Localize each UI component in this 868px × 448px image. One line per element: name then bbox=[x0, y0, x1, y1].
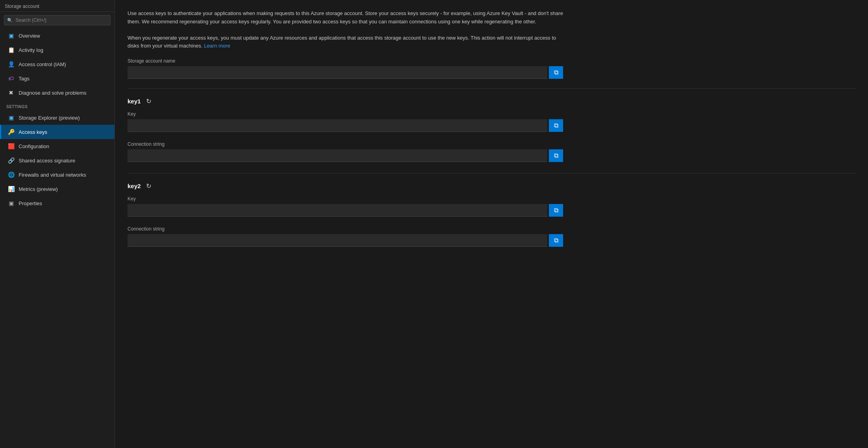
sidebar-item-firewalls[interactable]: 🌐 Firewalls and virtual networks bbox=[0, 168, 114, 182]
description-paragraph-2: When you regenerate your access keys, yo… bbox=[128, 34, 563, 51]
activity-log-icon: 📋 bbox=[8, 46, 15, 53]
sidebar-nav: ▣ Overview 📋 Activity log 👤 Access contr… bbox=[0, 29, 114, 448]
sidebar-item-label: Overview bbox=[19, 33, 40, 39]
copy-key2-connection-button[interactable]: ⧉ bbox=[549, 234, 563, 247]
key1-key-label: Key bbox=[128, 111, 563, 117]
access-keys-icon: 🔑 bbox=[8, 128, 15, 135]
key2-connection-string-label: Connection string bbox=[128, 226, 563, 232]
search-input[interactable] bbox=[4, 15, 110, 25]
sidebar: Storage account 🔍 ▣ Overview 📋 Activity … bbox=[0, 0, 115, 448]
copy-storage-account-name-button[interactable]: ⧉ bbox=[549, 66, 563, 79]
sidebar-item-label: Activity log bbox=[19, 47, 43, 53]
key1-section: key1 ↻ Key ⧉ Connection string ⧉ bbox=[128, 97, 563, 162]
divider-1 bbox=[128, 88, 855, 89]
sidebar-item-access-control[interactable]: 👤 Access control (IAM) bbox=[0, 57, 114, 71]
configuration-icon: 🟥 bbox=[8, 143, 15, 150]
sidebar-item-tags[interactable]: 🏷 Tags bbox=[0, 71, 114, 86]
copy-key2-key-button[interactable]: ⧉ bbox=[549, 204, 563, 217]
sidebar-item-label: Diagnose and solve problems bbox=[19, 90, 86, 96]
sidebar-title: Storage account bbox=[5, 4, 39, 9]
key1-connection-string-row: ⧉ bbox=[128, 149, 563, 162]
shared-access-icon: 🔗 bbox=[8, 157, 15, 164]
sidebar-item-overview[interactable]: ▣ Overview bbox=[0, 29, 114, 43]
key2-connection-string-row: ⧉ bbox=[128, 234, 563, 247]
copy-icon: ⧉ bbox=[554, 69, 558, 76]
metrics-icon: 📊 bbox=[8, 185, 15, 193]
key2-regenerate-button[interactable]: ↻ bbox=[145, 181, 153, 191]
key2-title: key2 bbox=[128, 183, 141, 189]
tags-icon: 🏷 bbox=[8, 75, 15, 82]
key2-connection-string-group: Connection string ⧉ bbox=[128, 226, 563, 247]
copy-icon: ⧉ bbox=[554, 237, 558, 244]
key2-key-label: Key bbox=[128, 196, 563, 202]
sidebar-item-label: Access control (IAM) bbox=[19, 61, 66, 67]
sidebar-item-shared-access[interactable]: 🔗 Shared access signature bbox=[0, 153, 114, 168]
learn-more-link[interactable]: Learn more bbox=[204, 43, 230, 49]
storage-account-name-group: Storage account name ⧉ bbox=[128, 58, 563, 79]
sidebar-item-label: Storage Explorer (preview) bbox=[19, 115, 80, 121]
sidebar-item-label: Firewalls and virtual networks bbox=[19, 172, 86, 178]
key2-key-group: Key ⧉ bbox=[128, 196, 563, 217]
copy-icon: ⧉ bbox=[554, 152, 558, 159]
search-box-wrapper: 🔍 bbox=[4, 15, 110, 25]
storage-explorer-icon: ▣ bbox=[8, 114, 15, 121]
sidebar-item-label: Metrics (preview) bbox=[19, 186, 58, 192]
sidebar-item-label: Properties bbox=[19, 200, 42, 206]
copy-key1-key-button[interactable]: ⧉ bbox=[549, 119, 563, 132]
storage-account-name-input[interactable] bbox=[128, 66, 547, 79]
key1-regenerate-button[interactable]: ↻ bbox=[145, 97, 153, 106]
sidebar-item-configuration[interactable]: 🟥 Configuration bbox=[0, 139, 114, 153]
copy-icon: ⧉ bbox=[554, 207, 558, 214]
key1-connection-string-input[interactable] bbox=[128, 149, 547, 162]
firewalls-icon: 🌐 bbox=[8, 171, 15, 178]
copy-icon: ⧉ bbox=[554, 122, 558, 129]
key2-header: key2 ↻ bbox=[128, 181, 563, 191]
description-paragraph-1: Use access keys to authenticate your app… bbox=[128, 10, 563, 26]
divider-2 bbox=[128, 173, 855, 173]
copy-key1-connection-button[interactable]: ⧉ bbox=[549, 149, 563, 162]
access-control-icon: 👤 bbox=[8, 61, 15, 68]
sidebar-item-label: Access keys bbox=[19, 129, 47, 135]
key1-header: key1 ↻ bbox=[128, 97, 563, 106]
regenerate-icon: ↻ bbox=[146, 97, 151, 105]
sidebar-header: Storage account bbox=[0, 0, 114, 12]
key1-key-group: Key ⧉ bbox=[128, 111, 563, 132]
key1-connection-string-label: Connection string bbox=[128, 141, 563, 147]
sidebar-item-metrics[interactable]: 📊 Metrics (preview) bbox=[0, 182, 114, 196]
key1-title: key1 bbox=[128, 98, 141, 105]
regenerate-icon: ↻ bbox=[146, 182, 151, 190]
storage-account-name-label: Storage account name bbox=[128, 58, 563, 64]
storage-account-name-row: ⧉ bbox=[128, 66, 563, 79]
key2-connection-string-input[interactable] bbox=[128, 234, 547, 247]
overview-icon: ▣ bbox=[8, 32, 15, 39]
search-icon: 🔍 bbox=[7, 18, 13, 23]
diagnose-icon: ✖ bbox=[8, 89, 15, 96]
settings-section-label: SETTINGS bbox=[0, 100, 114, 111]
key1-key-input[interactable] bbox=[128, 119, 547, 132]
sidebar-item-label: Configuration bbox=[19, 143, 49, 149]
sidebar-item-label: Shared access signature bbox=[19, 158, 75, 164]
sidebar-item-diagnose[interactable]: ✖ Diagnose and solve problems bbox=[0, 86, 114, 100]
key1-key-row: ⧉ bbox=[128, 119, 563, 132]
key2-key-row: ⧉ bbox=[128, 204, 563, 217]
key2-key-input[interactable] bbox=[128, 204, 547, 217]
sidebar-item-properties[interactable]: ▣ Properties bbox=[0, 196, 114, 210]
sidebar-item-storage-explorer[interactable]: ▣ Storage Explorer (preview) bbox=[0, 111, 114, 125]
sidebar-item-activity-log[interactable]: 📋 Activity log bbox=[0, 43, 114, 57]
main-content: Use access keys to authenticate your app… bbox=[115, 0, 868, 448]
properties-icon: ▣ bbox=[8, 200, 15, 207]
key1-connection-string-group: Connection string ⧉ bbox=[128, 141, 563, 162]
sidebar-item-label: Tags bbox=[19, 76, 29, 82]
sidebar-item-access-keys[interactable]: 🔑 Access keys bbox=[0, 125, 114, 139]
key2-section: key2 ↻ Key ⧉ Connection string ⧉ bbox=[128, 181, 563, 247]
